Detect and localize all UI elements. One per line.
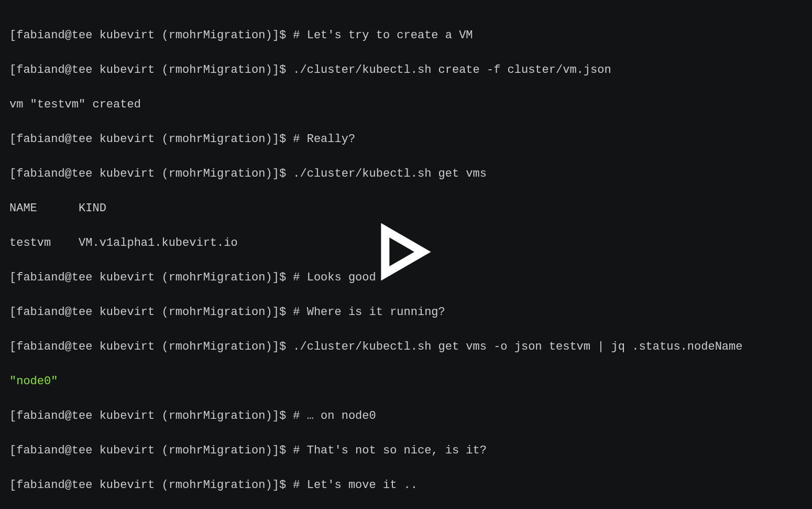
play-button[interactable] <box>377 223 435 286</box>
terminal-line: "node0" <box>9 373 803 390</box>
shell-prompt: [fabiand@tee kubevirt (rmohrMigration)]$ <box>9 306 293 319</box>
command-text: # Looks good <box>293 271 376 284</box>
shell-prompt: [fabiand@tee kubevirt (rmohrMigration)]$ <box>9 444 293 457</box>
terminal-line: [fabiand@tee kubevirt (rmohrMigration)]$… <box>9 131 803 148</box>
command-text: # Really? <box>293 133 355 146</box>
shell-prompt: [fabiand@tee kubevirt (rmohrMigration)]$ <box>9 271 293 284</box>
terminal-line: [fabiand@tee kubevirt (rmohrMigration)]$… <box>9 304 803 321</box>
terminal-line: [fabiand@tee kubevirt (rmohrMigration)]$… <box>9 165 803 182</box>
terminal-line: [fabiand@tee kubevirt (rmohrMigration)]$… <box>9 338 803 355</box>
shell-prompt: [fabiand@tee kubevirt (rmohrMigration)]$ <box>9 63 293 77</box>
command-text: # That's not so nice, is it? <box>293 444 487 457</box>
play-icon <box>377 223 435 280</box>
terminal-line: [fabiand@tee kubevirt (rmohrMigration)]$… <box>9 61 803 79</box>
terminal-line: [fabiand@tee kubevirt (rmohrMigration)]$… <box>9 27 803 44</box>
command-text: # Let's move it .. <box>293 479 418 492</box>
shell-prompt: [fabiand@tee kubevirt (rmohrMigration)]$ <box>9 409 293 423</box>
shell-prompt: [fabiand@tee kubevirt (rmohrMigration)]$ <box>9 340 293 353</box>
terminal-line: NAME KIND <box>9 200 803 217</box>
shell-prompt: [fabiand@tee kubevirt (rmohrMigration)]$ <box>9 479 293 492</box>
command-text: # Where is it running? <box>293 306 445 319</box>
terminal-line: vm "testvm" created <box>9 96 803 113</box>
command-text: ./cluster/kubectl.sh get vms <box>293 167 487 180</box>
shell-prompt: [fabiand@tee kubevirt (rmohrMigration)]$ <box>9 29 293 42</box>
command-text: # … on node0 <box>293 409 376 423</box>
shell-prompt: [fabiand@tee kubevirt (rmohrMigration)]$ <box>9 133 293 146</box>
terminal-line: [fabiand@tee kubevirt (rmohrMigration)]$… <box>9 442 803 459</box>
command-text: ./cluster/kubectl.sh create -f cluster/v… <box>293 63 611 77</box>
shell-prompt: [fabiand@tee kubevirt (rmohrMigration)]$ <box>9 167 293 180</box>
command-text: ./cluster/kubectl.sh get vms -o json tes… <box>293 340 742 353</box>
command-text: # Let's try to create a VM <box>293 29 473 42</box>
terminal-line: [fabiand@tee kubevirt (rmohrMigration)]$… <box>9 476 803 494</box>
terminal-line: [fabiand@tee kubevirt (rmohrMigration)]$… <box>9 407 803 425</box>
